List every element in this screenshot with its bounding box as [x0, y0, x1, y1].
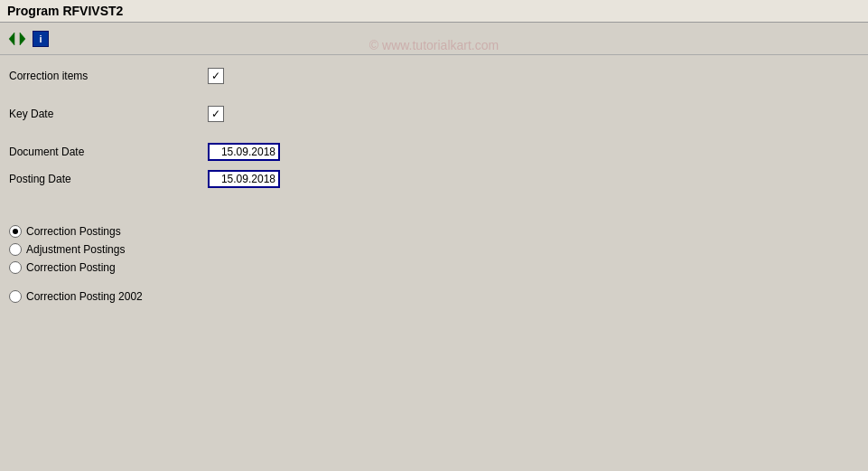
radio-row-correction-postings: Correction Postings: [9, 225, 859, 238]
correction-items-check: ✓: [211, 70, 220, 82]
key-date-checkbox[interactable]: ✓: [208, 106, 224, 122]
radio-correction-posting[interactable]: [9, 261, 22, 274]
program-title: Program RFVIVST2: [7, 4, 123, 18]
posting-date-row: Posting Date 15.09.2018: [9, 169, 859, 189]
key-date-row: Key Date ✓: [9, 104, 859, 124]
title-bar: Program RFVIVST2: [0, 0, 868, 23]
posting-date-label: Posting Date: [9, 173, 208, 185]
radio-correction-postings[interactable]: [9, 225, 22, 238]
radio-correction-posting-2002[interactable]: [9, 290, 22, 303]
radio-dot-correction-postings: [13, 229, 18, 234]
correction-items-row: Correction items ✓: [9, 66, 859, 86]
posting-date-input[interactable]: 15.09.2018: [208, 170, 280, 188]
back-forward-icon[interactable]: [7, 29, 27, 49]
radio-row-correction-posting: Correction Posting: [9, 261, 859, 274]
main-content: Correction items ✓ Key Date ✓ Document D…: [0, 55, 868, 319]
svg-marker-1: [20, 33, 25, 45]
radio-row-correction-posting-2002: Correction Posting 2002: [9, 290, 859, 303]
radio-group: Correction Postings Adjustment Postings …: [9, 225, 859, 303]
key-date-label: Key Date: [9, 108, 208, 120]
document-date-input[interactable]: 15.09.2018: [208, 143, 280, 161]
document-date-label: Document Date: [9, 146, 208, 158]
correction-items-checkbox[interactable]: ✓: [208, 68, 224, 84]
toolbar: i: [0, 23, 868, 55]
radio-label-correction-posting: Correction Posting: [26, 261, 116, 274]
svg-marker-0: [9, 33, 14, 45]
radio-row-adjustment-postings: Adjustment Postings: [9, 243, 859, 256]
info-icon[interactable]: i: [33, 31, 49, 47]
radio-label-correction-posting-2002: Correction Posting 2002: [26, 290, 143, 303]
correction-items-label: Correction items: [9, 70, 208, 82]
key-date-check: ✓: [211, 108, 220, 120]
radio-adjustment-postings[interactable]: [9, 243, 22, 256]
radio-label-correction-postings: Correction Postings: [26, 225, 121, 238]
document-date-row: Document Date 15.09.2018: [9, 142, 859, 162]
radio-label-adjustment-postings: Adjustment Postings: [26, 243, 125, 256]
